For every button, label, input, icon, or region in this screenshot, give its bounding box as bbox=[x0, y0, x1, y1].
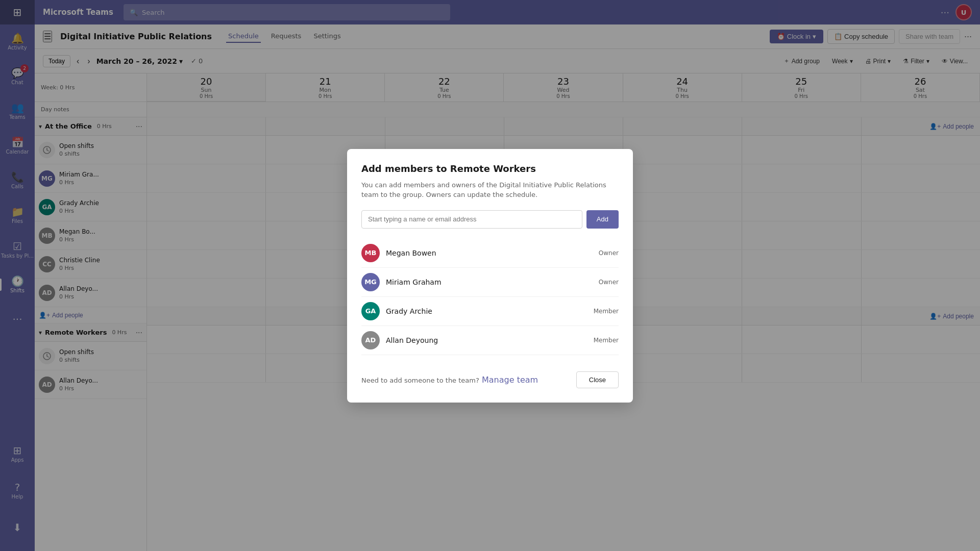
modal-footer: Need to add someone to the team? Manage … bbox=[361, 367, 619, 388]
member-name: Grady Archie bbox=[386, 307, 587, 315]
member-name: Allan Deyoung bbox=[386, 336, 587, 344]
member-role: Owner bbox=[599, 279, 619, 286]
modal-add-button[interactable]: Add bbox=[586, 210, 619, 229]
member-item: MB Megan Bowen Owner bbox=[361, 239, 619, 268]
member-item: AD Allan Deyoung Member bbox=[361, 326, 619, 355]
modal-close-button[interactable]: Close bbox=[576, 371, 619, 388]
member-item: GA Grady Archie Member bbox=[361, 297, 619, 326]
avatar: MG bbox=[361, 273, 380, 291]
modal-description: You can add members and owners of the Di… bbox=[361, 180, 619, 200]
modal-search-row: Add bbox=[361, 210, 619, 229]
avatar: GA bbox=[361, 302, 380, 320]
member-role: Member bbox=[594, 308, 619, 315]
modal-footer-text-container: Need to add someone to the team? Manage … bbox=[361, 375, 538, 385]
avatar: AD bbox=[361, 331, 380, 349]
member-search-input[interactable] bbox=[361, 210, 582, 229]
avatar: MB bbox=[361, 244, 380, 262]
member-name: Megan Bowen bbox=[386, 249, 593, 257]
member-role: Owner bbox=[599, 249, 619, 257]
member-name: Miriam Graham bbox=[386, 278, 593, 286]
manage-team-link[interactable]: Manage team bbox=[482, 375, 538, 385]
modal-title: Add members to Remote Workers bbox=[361, 163, 619, 174]
member-item: MG Miriam Graham Owner bbox=[361, 268, 619, 297]
footer-text: Need to add someone to the team? bbox=[361, 377, 479, 384]
add-members-modal: Add members to Remote Workers You can ad… bbox=[347, 149, 633, 403]
member-list: MB Megan Bowen Owner MG Miriam Graham Ow… bbox=[361, 239, 619, 355]
modal-overlay[interactable]: Add members to Remote Workers You can ad… bbox=[0, 0, 980, 551]
member-role: Member bbox=[594, 337, 619, 344]
